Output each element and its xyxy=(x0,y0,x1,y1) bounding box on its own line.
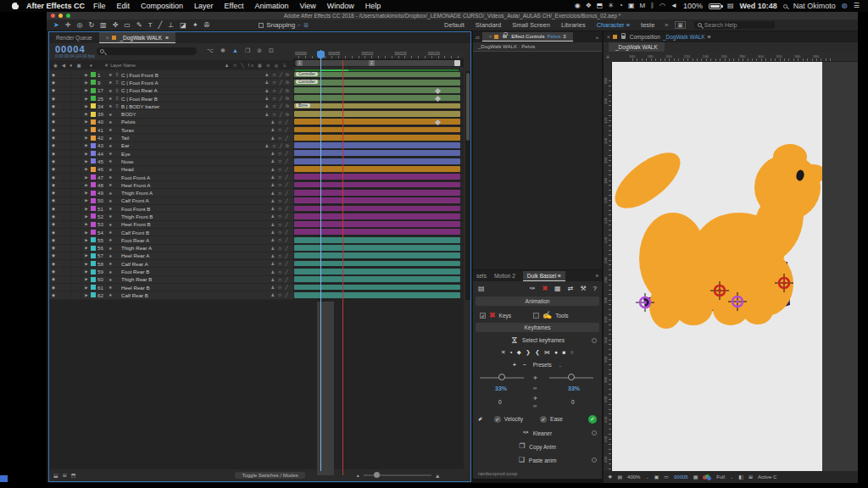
layer-bar-row[interactable]: Bone xyxy=(293,103,464,110)
panel-menu-icon[interactable]: ≡ xyxy=(165,35,169,41)
workspace-tab-small-screen[interactable]: Small Screen xyxy=(512,21,550,29)
expand-transfer-icon[interactable]: ⬒ xyxy=(71,473,76,478)
expand-arrow-icon[interactable]: ▶ xyxy=(81,159,89,164)
layer-name[interactable]: BODY xyxy=(121,111,256,117)
menu-window[interactable]: Window xyxy=(327,2,354,10)
magnification-icon[interactable]: ▤ xyxy=(617,474,622,480)
lock-cell[interactable] xyxy=(71,260,81,267)
layer-name[interactable]: Head xyxy=(121,166,256,172)
layer-switches[interactable]: ♟ ◇ ╱ xyxy=(256,277,293,282)
expand-arrow-icon[interactable]: ▶ xyxy=(81,286,89,290)
audio-cell[interactable] xyxy=(58,205,64,212)
lock-cell[interactable] xyxy=(71,174,81,180)
app-icon-2[interactable]: ⬒ xyxy=(597,3,604,9)
tab-presets-partial[interactable]: sets xyxy=(476,273,487,279)
kleaner-row[interactable]: ✑ Kleaner xyxy=(473,427,602,439)
layer-bar-row[interactable]: Controller xyxy=(293,71,464,79)
layer-visibility-icon[interactable]: ◉ xyxy=(49,183,58,187)
solo-cell[interactable] xyxy=(64,260,71,267)
solo-cell[interactable] xyxy=(64,205,71,212)
zoom-track[interactable] xyxy=(364,474,431,476)
draft3d-icon blue[interactable]: ❅ xyxy=(220,47,225,53)
layer-bar-row[interactable] xyxy=(293,229,464,236)
zoom-knob[interactable] xyxy=(374,472,380,478)
right-ease-percent[interactable]: 33% xyxy=(568,385,580,391)
lock-cell[interactable] xyxy=(71,205,81,212)
tab-render-queue[interactable]: Render Queue xyxy=(49,32,99,43)
solo-cell[interactable] xyxy=(64,221,71,228)
app-icon-4[interactable]: ◔ xyxy=(619,3,623,9)
layer-switches[interactable]: ♟ ◇ ╱ fx xyxy=(256,96,293,101)
audio-cell[interactable] xyxy=(58,71,64,78)
lock-cell[interactable] xyxy=(71,291,81,298)
audio-cell[interactable] xyxy=(58,221,64,228)
layer-color-swatch[interactable] xyxy=(91,277,96,282)
layer-duration-bar[interactable] xyxy=(294,229,460,235)
layer-row[interactable]: ◉▶40★Pelvis♟ ◇ ╱ xyxy=(49,119,293,126)
audio-cell[interactable] xyxy=(58,276,64,283)
layer-switches[interactable]: ♟ ◇ ╱ fx xyxy=(256,72,293,77)
layer-row[interactable]: ◉▶43★Ear♟ ◇ ╱ fx xyxy=(49,142,293,150)
lock-cell[interactable] xyxy=(71,284,81,291)
viewer-tab[interactable]: _DogWalk WALK xyxy=(609,42,665,52)
layer-visibility-icon[interactable]: ◉ xyxy=(49,73,58,77)
layer-row[interactable]: ◉▶56★Thigh Rear A♟ ◇ ╱ xyxy=(49,245,293,252)
close-tab-icon[interactable]: × xyxy=(489,34,492,39)
layer-name[interactable]: Thigh Front A xyxy=(121,190,256,196)
ruler-origin-icon[interactable]: + xyxy=(604,53,612,62)
motion-blur-icon[interactable]: ⊘ xyxy=(257,47,262,53)
active-camera-dropdown[interactable]: Active C xyxy=(758,474,776,480)
layer-visibility-icon[interactable]: ◉ xyxy=(49,269,58,274)
tab-dogwalk-timeline[interactable]: × _DogWalk WALK ≡ xyxy=(99,32,175,43)
channels-icon[interactable] xyxy=(703,474,711,480)
keyframe-type-2[interactable]: ◆ xyxy=(517,350,521,356)
lock-cell[interactable] xyxy=(71,87,81,94)
copy-anim-row[interactable]: ❐ Copy Anim xyxy=(473,441,602,452)
audio-cell[interactable] xyxy=(58,197,64,204)
layer-switches[interactable]: ♟ ◇ ╱ fx xyxy=(256,88,293,93)
lock-cell[interactable] xyxy=(71,276,81,283)
volume-icon[interactable]: ◄ xyxy=(670,3,677,9)
layer-visibility-icon[interactable]: ◉ xyxy=(49,175,58,180)
layer-name[interactable]: Nose xyxy=(121,158,256,164)
layer-name[interactable]: Heel Front B xyxy=(121,221,256,227)
velocity-check-icon[interactable]: ✓ xyxy=(494,416,501,423)
layer-name[interactable]: Ear xyxy=(121,142,256,148)
solo-cell[interactable] xyxy=(64,95,71,102)
layer-duration-bar[interactable] xyxy=(294,150,460,156)
layer-color-swatch[interactable] xyxy=(91,191,96,196)
layer-duration-bar[interactable] xyxy=(294,103,460,109)
layer-color-swatch[interactable] xyxy=(91,230,96,235)
layer-row[interactable]: ◉▶45★Nose♟ ◇ ╱ xyxy=(49,158,293,165)
layer-color-swatch[interactable] xyxy=(91,80,96,85)
layer-name[interactable]: Calf Rear B xyxy=(121,292,256,298)
keyframe-type-7[interactable]: ■ xyxy=(563,350,566,356)
layer-switches[interactable]: ♟ ◇ ╱ xyxy=(256,136,293,141)
label-column-icon[interactable]: ♦ xyxy=(90,63,105,68)
layer-name[interactable]: Tail xyxy=(121,135,256,141)
lock-cell[interactable] xyxy=(71,221,81,228)
layer-switches[interactable]: ♟ ◇ ╱ xyxy=(256,151,293,156)
solo-cell[interactable] xyxy=(64,213,71,219)
zoom-tool[interactable]: ◎ xyxy=(76,22,82,29)
layer-row[interactable]: ◉▶54★Calf Front B♟ ◇ ╱ xyxy=(49,229,293,236)
expand-arrow-icon[interactable]: ▶ xyxy=(81,73,89,77)
audio-cell[interactable] xyxy=(58,110,64,117)
lock-cell[interactable] xyxy=(71,268,81,274)
layer-color-swatch[interactable] xyxy=(91,72,96,77)
eraser-tool[interactable]: ◪ xyxy=(180,22,186,29)
notes-icon[interactable]: ▤ xyxy=(478,286,485,292)
layer-switches[interactable]: ♟ ◇ ╱ fx xyxy=(256,143,293,148)
layer-switches[interactable]: ♟ ◇ ╱ xyxy=(256,167,293,172)
panel-menu-icon[interactable]: ≡ xyxy=(563,34,566,39)
apple-icon[interactable] xyxy=(12,3,19,9)
layer-bar-row[interactable] xyxy=(293,245,464,252)
siri-icon[interactable]: ◍ xyxy=(842,3,848,9)
layer-row[interactable]: ◉▶25★⠿C | Foot Rear B♟ ◇ ╱ fx xyxy=(49,95,293,103)
layer-visibility-icon[interactable]: ◉ xyxy=(49,128,58,132)
ease-label[interactable]: Ease xyxy=(550,416,563,422)
work-area-bar[interactable]: 12 xyxy=(293,59,464,67)
panel-menu-icon[interactable]: ≡ xyxy=(708,34,711,40)
menubar-clock[interactable]: Wed 10:48 xyxy=(739,2,776,10)
layer-row[interactable]: ◉▶1★⠿C | Foot Front B♟ ◇ ╱ fx xyxy=(49,71,293,79)
